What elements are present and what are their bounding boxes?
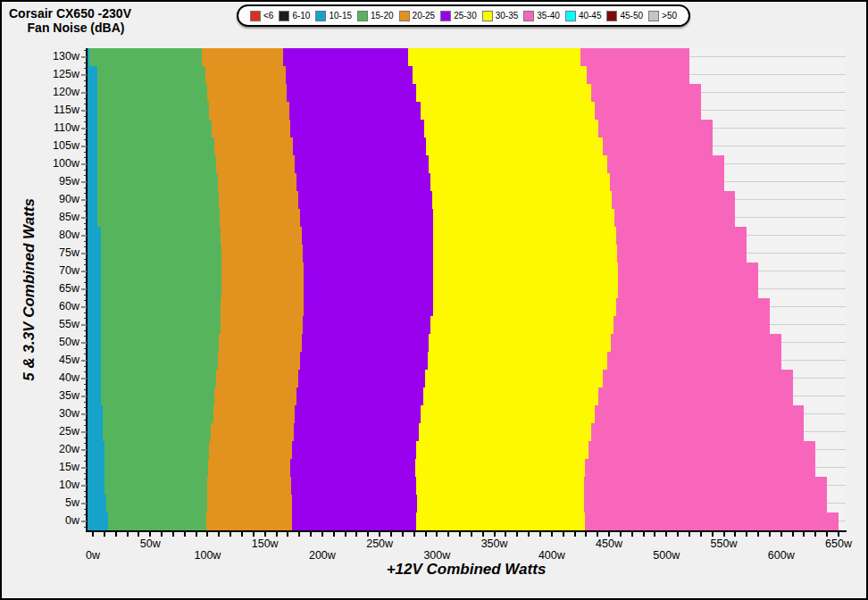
- heat-cell-30-35dBA: [417, 495, 584, 512]
- x-tick: [723, 532, 725, 537]
- y-tick-minor: [84, 211, 87, 212]
- legend-item: 35-40: [523, 11, 560, 21]
- heat-cell-35-40dBA: [585, 512, 839, 530]
- x-tick-label: 300w: [410, 549, 463, 562]
- x-tick: [677, 532, 679, 537]
- x-tick-label: 600w: [755, 549, 808, 562]
- y-tick: [81, 342, 87, 344]
- x-tick: [608, 532, 610, 537]
- legend-item: 15-20: [357, 11, 394, 21]
- heat-cell-30-35dBA: [416, 512, 585, 530]
- heat-cell-35-40dBA: [580, 48, 689, 66]
- heat-cell-10-15dBA: [88, 191, 97, 209]
- heat-cell-25-30dBA: [290, 120, 424, 138]
- heat-cell-25-30dBA: [289, 102, 421, 120]
- x-axis-line: [86, 530, 847, 532]
- legend-item: 25-30: [440, 11, 477, 21]
- x-tick: [482, 532, 484, 537]
- heat-cell-30-35dBA: [430, 316, 613, 334]
- heat-cell-25-30dBA: [304, 262, 433, 280]
- legend-swatch: [523, 11, 534, 21]
- heat-cell-25-30dBA: [290, 459, 415, 477]
- x-tick: [734, 532, 736, 537]
- legend-label: 15-20: [371, 11, 394, 21]
- heat-cell-15-20dBA: [108, 512, 206, 530]
- heat-cell-30-35dBA: [423, 388, 598, 405]
- y-tick-minor: [84, 62, 87, 63]
- heat-cell-25-30dBA: [300, 352, 428, 370]
- y-tick-minor: [84, 461, 87, 462]
- heat-cell-30-35dBA: [425, 370, 603, 388]
- y-tick: [81, 413, 87, 415]
- heat-cell-10-15dBA: [88, 298, 101, 316]
- x-tick-label: 100w: [180, 549, 234, 562]
- x-tick: [287, 532, 288, 537]
- heat-cell-25-30dBA: [295, 405, 421, 423]
- x-tick: [276, 532, 278, 537]
- heat-cell-30-35dBA: [416, 441, 588, 459]
- y-tick: [81, 92, 87, 94]
- y-tick: [81, 467, 87, 469]
- legend-swatch: [482, 11, 493, 21]
- y-tick-minor: [84, 527, 87, 528]
- heat-cell-35-40dBA: [607, 155, 724, 173]
- heat-cell-15-20dBA: [97, 191, 219, 209]
- x-tick-label: 50w: [123, 538, 177, 550]
- y-tick: [81, 253, 87, 254]
- heat-cell-30-35dBA: [416, 477, 584, 495]
- heat-cell-10-15dBA: [88, 66, 97, 84]
- x-tick: [333, 532, 335, 537]
- x-tick: [218, 532, 220, 537]
- heat-cell-25-30dBA: [296, 388, 423, 405]
- heat-cell-10-15dBA: [88, 388, 101, 405]
- y-tick-minor: [84, 330, 87, 331]
- x-tick-label: 350w: [468, 538, 522, 550]
- x-tick-label: 550w: [697, 538, 751, 550]
- heat-cell-35-40dBA: [612, 191, 735, 209]
- x-tick-label: 250w: [353, 538, 406, 550]
- legend-item: 45-50: [606, 11, 643, 21]
- x-tick-label: 200w: [296, 549, 349, 562]
- heat-cell-35-40dBA: [598, 388, 793, 405]
- legend-item: 30-35: [482, 11, 519, 21]
- y-tick-minor: [84, 318, 87, 319]
- y-tick-minor: [84, 295, 87, 296]
- x-tick: [184, 532, 186, 537]
- y-tick-minor: [84, 223, 87, 224]
- x-tick: [115, 532, 117, 537]
- y-tick-minor: [84, 264, 87, 265]
- heat-cell-35-40dBA: [617, 245, 747, 262]
- y-tick-minor: [84, 116, 87, 117]
- heat-cell-20-25dBA: [202, 48, 283, 66]
- y-tick-minor: [84, 389, 87, 390]
- heat-cell-35-40dBA: [614, 209, 735, 227]
- heat-cell-30-35dBA: [429, 155, 607, 173]
- x-tick: [665, 532, 667, 537]
- heat-cell-20-25dBA: [209, 102, 289, 120]
- heat-cell-25-30dBA: [283, 48, 408, 66]
- x-tick: [826, 532, 828, 537]
- heat-cell-30-35dBA: [430, 173, 610, 191]
- heat-cell-25-30dBA: [303, 316, 430, 334]
- y-tick-minor: [84, 420, 87, 421]
- heat-cell-25-30dBA: [298, 191, 432, 209]
- y-tick: [81, 449, 87, 451]
- heat-cell-10-15dBA: [88, 102, 97, 120]
- y-tick-minor: [84, 425, 87, 426]
- x-tick: [757, 532, 759, 537]
- heat-cell-20-25dBA: [221, 280, 304, 298]
- x-tick: [264, 532, 266, 537]
- heat-cell-25-30dBA: [294, 423, 419, 441]
- y-tick: [81, 288, 87, 290]
- y-tick-minor: [84, 455, 87, 456]
- heat-cell-15-20dBA: [101, 262, 221, 280]
- heat-cell-15-20dBA: [104, 477, 207, 495]
- y-tick-minor: [84, 438, 87, 438]
- x-tick: [780, 532, 782, 537]
- x-tick: [161, 532, 163, 537]
- legend-label: 30-35: [496, 11, 519, 21]
- heat-cell-10-15dBA: [88, 459, 104, 477]
- y-tick-minor: [84, 496, 87, 497]
- x-tick-label: 150w: [238, 538, 292, 550]
- y-tick-minor: [84, 80, 87, 81]
